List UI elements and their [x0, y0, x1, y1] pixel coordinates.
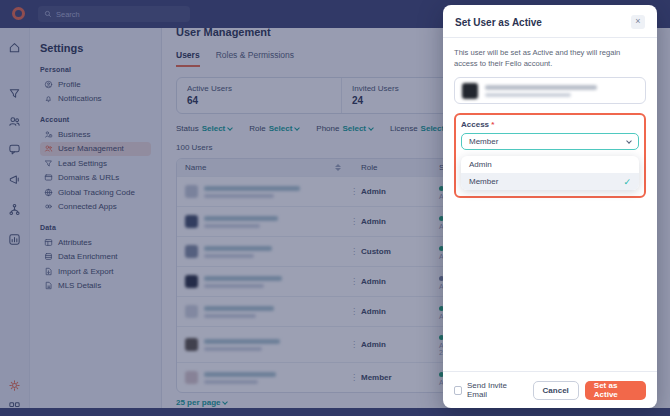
check-icon: ✓	[623, 177, 631, 187]
option-member[interactable]: Member ✓	[461, 173, 639, 190]
checkbox-icon[interactable]	[454, 386, 462, 395]
cancel-button[interactable]: Cancel	[533, 381, 579, 400]
checkbox-label: Send Invite Email	[467, 381, 521, 399]
modal-description: This user will be set as Active and they…	[454, 47, 646, 69]
set-user-active-modal: Set User as Active × This user will be s…	[443, 5, 657, 408]
modal-header: Set User as Active ×	[443, 5, 657, 38]
modal-footer: Send Invite Email Cancel Set as Active	[443, 371, 657, 408]
close-icon[interactable]: ×	[631, 15, 645, 29]
send-invite-email-checkbox[interactable]: Send Invite Email	[454, 381, 521, 399]
modal-title: Set User as Active	[455, 17, 542, 28]
avatar	[462, 83, 478, 99]
required-marker: *	[491, 120, 494, 129]
access-dropdown: Admin Member ✓	[461, 156, 639, 190]
access-select-value: Member	[469, 137, 498, 146]
access-label: Access *	[461, 120, 639, 129]
access-select[interactable]: Member	[461, 133, 639, 150]
set-as-active-button[interactable]: Set as Active	[585, 381, 646, 400]
redacted-user-info	[485, 85, 638, 97]
chevron-down-icon	[626, 138, 632, 144]
annotation-highlight-box: Access * Member Admin Member ✓	[454, 113, 646, 198]
user-card	[454, 77, 646, 104]
option-admin[interactable]: Admin	[461, 156, 639, 173]
modal-body: This user will be set as Active and they…	[443, 38, 657, 371]
